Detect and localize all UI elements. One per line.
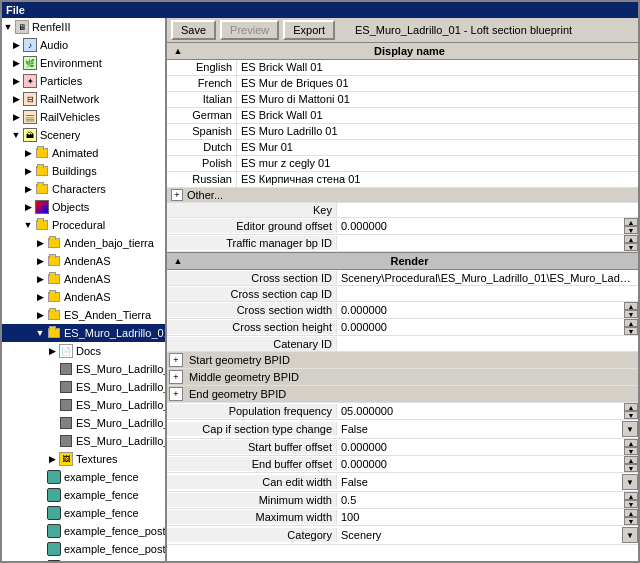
pop-freq-spinner[interactable]: ▲ ▼ — [624, 403, 638, 419]
tree-node-es-muro[interactable]: ▼ ES_Muro_Ladrillo_01 — [2, 324, 165, 342]
cs-height-spinner[interactable]: ▲ ▼ — [624, 319, 638, 335]
middle-geometry-expand[interactable]: + — [169, 370, 183, 384]
can-edit-width-arrow[interactable]: ▼ — [622, 474, 638, 490]
tree-node-characters[interactable]: ▶ Characters — [2, 180, 165, 198]
tree-node-procedural[interactable]: ▼ Procedural — [2, 216, 165, 234]
tree-node-example-fence-post1[interactable]: example_fence_post — [2, 522, 165, 540]
spin-down2[interactable]: ▼ — [624, 243, 638, 251]
preview-button[interactable]: Preview — [220, 20, 279, 40]
expand-es-muro[interactable]: ▼ — [34, 327, 46, 339]
expand-mesh5[interactable] — [46, 435, 58, 447]
expand-railnetwork[interactable]: ▶ — [10, 93, 22, 105]
save-button[interactable]: Save — [171, 20, 216, 40]
tree-node-mesh3[interactable]: ES_Muro_Ladrillo_0... — [2, 396, 165, 414]
cap-section-arrow[interactable]: ▼ — [622, 421, 638, 437]
spin-down[interactable]: ▼ — [624, 226, 638, 234]
tree-node-railnetwork[interactable]: ▶ ⊟ RailNetwork — [2, 90, 165, 108]
can-edit-width-dropdown[interactable]: False ▼ — [337, 473, 638, 491]
start-geometry-expand[interactable]: + — [169, 353, 183, 367]
tree-node-railvehicles[interactable]: ▶ 🚃 RailVehicles — [2, 108, 165, 126]
expand-docs[interactable]: ▶ — [46, 345, 58, 357]
tree-node-buildings[interactable]: ▶ Buildings — [2, 162, 165, 180]
root-label: RenfeIII — [30, 21, 71, 33]
expand-animated[interactable]: ▶ — [22, 147, 34, 159]
tree-node-animated[interactable]: ▶ Animated — [2, 144, 165, 162]
min-width-spinner[interactable]: ▲ ▼ — [624, 492, 638, 508]
expand-buildings[interactable]: ▶ — [22, 165, 34, 177]
tree-node-es-anden[interactable]: ▶ ES_Anden_Tierra — [2, 306, 165, 324]
tree-node-example-fence-post2[interactable]: example_fence_post — [2, 540, 165, 558]
tree-node-example-platform1[interactable]: example_platform — [2, 558, 165, 561]
cap-section-value: False — [341, 423, 368, 435]
expand-efp2[interactable] — [34, 543, 46, 555]
expand-particles[interactable]: ▶ — [10, 75, 22, 87]
editor-ground-spinner[interactable]: ▲ ▼ — [624, 218, 638, 234]
min-width-value: 0.5 — [337, 493, 624, 507]
lang-italian: Italian — [167, 92, 237, 107]
export-button[interactable]: Export — [283, 20, 335, 40]
traffic-manager-spinner[interactable]: ▲ ▼ — [624, 235, 638, 251]
tree-node-particles[interactable]: ▶ ✦ Particles — [2, 72, 165, 90]
tree-root[interactable]: ▼ 🖥 RenfeIII — [2, 18, 165, 36]
end-buffer-row: End buffer offset 0.000000 ▲ ▼ — [167, 456, 638, 473]
tree-node-mesh1[interactable]: ES_Muro_Ladrillo_0... — [2, 360, 165, 378]
expand-mesh4[interactable] — [46, 417, 58, 429]
expand-mesh3[interactable] — [46, 399, 58, 411]
expand-railvehicles[interactable]: ▶ — [10, 111, 22, 123]
tree-node-example-fence1[interactable]: example_fence — [2, 468, 165, 486]
max-width-spinner[interactable]: ▲ ▼ — [624, 509, 638, 525]
cap-section-dropdown[interactable]: False ▼ — [337, 420, 638, 438]
tree-node-example-fence3[interactable]: example_fence — [2, 504, 165, 522]
expand-objects[interactable]: ▶ — [22, 201, 34, 213]
expand-es-anden[interactable]: ▶ — [34, 309, 46, 321]
expand-root[interactable]: ▼ — [2, 21, 14, 33]
tree-node-scenery[interactable]: ▼ 🏔 Scenery — [2, 126, 165, 144]
expand-scenery[interactable]: ▼ — [10, 129, 22, 141]
expand-andenas1[interactable]: ▶ — [34, 255, 46, 267]
expand-andenas2[interactable]: ▶ — [34, 273, 46, 285]
tree-node-anden-bajo[interactable]: ▶ Anden_bajo_tierra — [2, 234, 165, 252]
tree-node-example-fence2[interactable]: example_fence — [2, 486, 165, 504]
other-expand[interactable]: + — [171, 189, 183, 201]
es-muro-label: ES_Muro_Ladrillo_01 — [62, 327, 167, 339]
expand-ef3[interactable] — [34, 507, 46, 519]
tree-node-textures[interactable]: ▶ 🖼 Textures — [2, 450, 165, 468]
start-buffer-spinner[interactable]: ▲ ▼ — [624, 439, 638, 455]
other-row[interactable]: + Other... — [167, 188, 638, 203]
properties-panel[interactable]: ▲ Display name English ES Brick Wall 01 … — [167, 43, 638, 561]
category-arrow[interactable]: ▼ — [622, 527, 638, 543]
tree-node-docs[interactable]: ▶ 📄 Docs — [2, 342, 165, 360]
spin-up2[interactable]: ▲ — [624, 235, 638, 243]
category-dropdown[interactable]: Scenery ▼ — [337, 526, 638, 544]
tree-node-andenas2[interactable]: ▶ AndenAS — [2, 270, 165, 288]
expand-characters[interactable]: ▶ — [22, 183, 34, 195]
expand-ef1[interactable] — [34, 471, 46, 483]
tree-node-objects[interactable]: ▶ Objects — [2, 198, 165, 216]
tree-node-environment[interactable]: ▶ 🌿 Environment — [2, 54, 165, 72]
expand-environment[interactable]: ▶ — [10, 57, 22, 69]
tree-node-mesh4[interactable]: ES_Muro_Ladrillo_0... — [2, 414, 165, 432]
spin-up[interactable]: ▲ — [624, 218, 638, 226]
expand-ef2[interactable] — [34, 489, 46, 501]
tree-node-andenas3[interactable]: ▶ AndenAS — [2, 288, 165, 306]
end-geometry-expand[interactable]: + — [169, 387, 183, 401]
expand-efp1[interactable] — [34, 525, 46, 537]
expand-procedural[interactable]: ▼ — [22, 219, 34, 231]
render-collapse[interactable]: ▲ — [171, 254, 185, 268]
end-buffer-spinner[interactable]: ▲ ▼ — [624, 456, 638, 472]
lang-german-value: ES Brick Wall 01 — [237, 108, 638, 123]
expand-mesh2[interactable] — [46, 381, 58, 393]
objects-icon — [34, 199, 50, 215]
tree-panel[interactable]: ▼ 🖥 RenfeIII ▶ ♪ Audio ▶ 🌿 Environment — [2, 18, 167, 561]
tree-node-audio[interactable]: ▶ ♪ Audio — [2, 36, 165, 54]
tree-node-mesh2[interactable]: ES_Muro_Ladrillo_0... — [2, 378, 165, 396]
expand-anden-bajo[interactable]: ▶ — [34, 237, 46, 249]
display-name-collapse[interactable]: ▲ — [171, 44, 185, 58]
expand-mesh1[interactable] — [46, 363, 58, 375]
tree-node-mesh5[interactable]: ES_Muro_Ladrillo_0... — [2, 432, 165, 450]
expand-andenas3[interactable]: ▶ — [34, 291, 46, 303]
tree-node-andenas1[interactable]: ▶ AndenAS — [2, 252, 165, 270]
expand-audio[interactable]: ▶ — [10, 39, 22, 51]
cs-width-spinner[interactable]: ▲ ▼ — [624, 302, 638, 318]
expand-textures[interactable]: ▶ — [46, 453, 58, 465]
